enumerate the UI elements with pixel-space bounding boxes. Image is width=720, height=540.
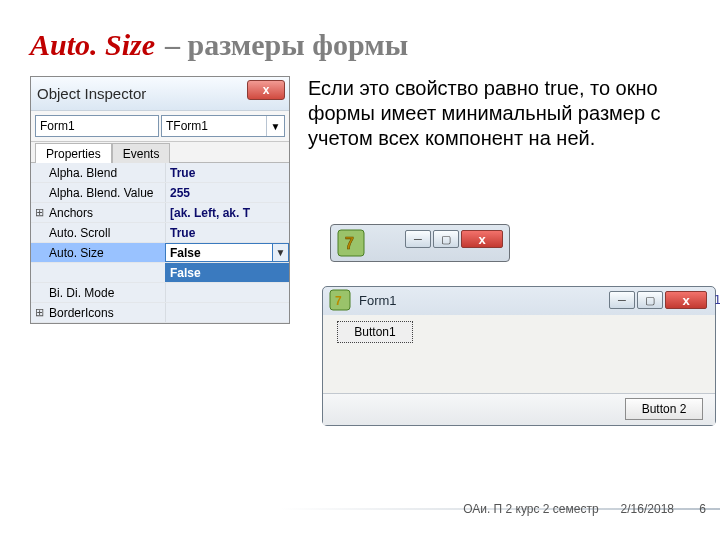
close-icon[interactable]: x <box>665 291 707 309</box>
prop-name[interactable]: Auto. Scroll <box>47 223 165 242</box>
property-row: Alpha. Blend. Value255 <box>31 183 289 203</box>
prop-name[interactable]: Alpha. Blend <box>47 163 165 182</box>
close-icon[interactable]: x <box>461 230 503 248</box>
property-row: Alpha. BlendTrue <box>31 163 289 183</box>
form1-window[interactable]: 7 Form1 ─ ▢ x Button1 Button 2 1 <box>322 286 716 426</box>
prop-value[interactable]: True <box>165 163 289 182</box>
button2[interactable]: Button 2 <box>625 398 703 420</box>
prop-name[interactable]: Alpha. Blend. Value <box>47 183 165 202</box>
prop-name[interactable]: Bi. Di. Mode <box>47 283 165 302</box>
prop-value-autosize: False <box>170 246 201 260</box>
form1-title: Form1 <box>359 293 397 308</box>
title-keyword: Auto. Size <box>30 28 155 62</box>
prop-name-autosize[interactable]: Auto. Size <box>47 243 165 262</box>
dropdown-option-false[interactable]: False <box>165 263 289 282</box>
prop-name[interactable]: BorderIcons <box>47 303 165 322</box>
delphi-icon: 7 <box>329 289 351 311</box>
object-inspector-window: Object Inspector x Form1 TForm1 ▼ Proper… <box>30 76 290 324</box>
minimize-icon[interactable]: ─ <box>405 230 431 248</box>
minimize-icon[interactable]: ─ <box>609 291 635 309</box>
tab-events[interactable]: Events <box>112 143 171 163</box>
title-rest: – размеры формы <box>165 28 408 62</box>
prop-value-editor[interactable]: False ▼ <box>165 243 289 262</box>
side-marker: 1 <box>714 293 720 307</box>
maximize-icon[interactable]: ▢ <box>433 230 459 248</box>
prop-value[interactable]: 255 <box>165 183 289 202</box>
prop-value[interactable]: True <box>165 223 289 242</box>
chevron-down-icon[interactable]: ▼ <box>272 244 288 261</box>
prop-value[interactable] <box>165 303 289 322</box>
description-paragraph: Если это свойство равно true, то окно фо… <box>308 76 708 151</box>
footer-date: 2/16/2018 <box>621 502 674 516</box>
page-number: 6 <box>699 502 706 516</box>
property-row: ⊞BorderIcons <box>31 303 289 323</box>
slide-title: Auto. Size – размеры формы <box>30 28 690 62</box>
svg-text:7: 7 <box>335 294 342 308</box>
button1[interactable]: Button1 <box>337 321 413 343</box>
property-row: Auto. ScrollTrue <box>31 223 289 243</box>
window-title: Object Inspector <box>37 85 146 102</box>
prop-value[interactable]: [ak. Left, ak. T <box>165 203 289 222</box>
inspector-tabs: Properties Events <box>31 142 289 163</box>
prop-name[interactable]: Anchors <box>47 203 165 222</box>
expand-icon[interactable]: ⊞ <box>31 303 47 322</box>
object-selector-name[interactable]: Form1 <box>35 115 159 137</box>
property-row-selected: Auto. Size False ▼ <box>31 243 289 263</box>
chevron-down-icon[interactable]: ▼ <box>266 116 284 136</box>
svg-text:7: 7 <box>345 235 354 252</box>
collapsed-form-window[interactable]: 7 ─ ▢ x <box>330 224 510 262</box>
footer-course: ОАи. П 2 курс 2 семестр <box>463 502 598 516</box>
delphi-icon: 7 <box>337 229 365 257</box>
property-row: ⊞Anchors[ak. Left, ak. T <box>31 203 289 223</box>
object-class: TForm1 <box>166 119 208 133</box>
object-selector-class[interactable]: TForm1 ▼ <box>161 115 285 137</box>
object-inspector-titlebar[interactable]: Object Inspector x <box>31 77 289 111</box>
property-row: Bi. Di. Mode <box>31 283 289 303</box>
maximize-icon[interactable]: ▢ <box>637 291 663 309</box>
property-dropdown-open: False <box>31 263 289 283</box>
close-icon[interactable]: x <box>247 80 285 100</box>
property-grid: Alpha. BlendTrue Alpha. Blend. Value255 … <box>31 163 289 323</box>
tab-properties[interactable]: Properties <box>35 143 112 163</box>
object-name: Form1 <box>40 119 75 133</box>
expand-icon[interactable]: ⊞ <box>31 203 47 222</box>
slide-footer: ОАи. П 2 курс 2 семестр 2/16/2018 <box>0 502 720 516</box>
prop-value[interactable] <box>165 283 289 302</box>
